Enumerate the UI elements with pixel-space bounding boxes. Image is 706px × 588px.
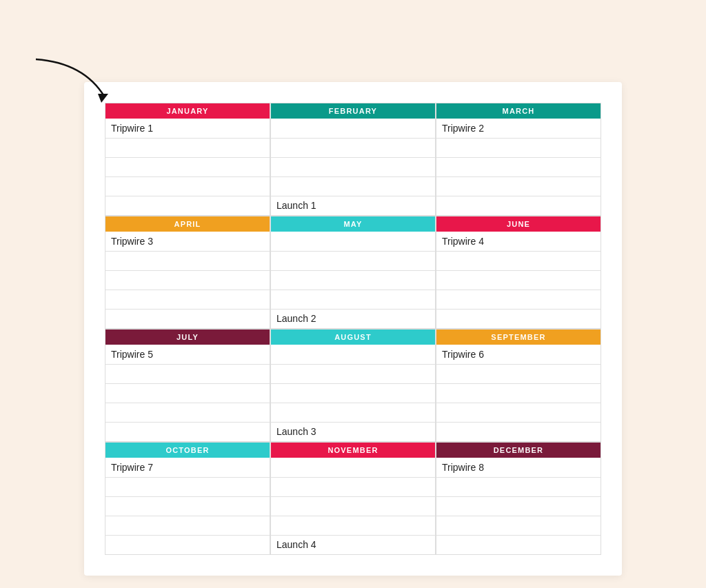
month-row bbox=[105, 251, 270, 270]
month-row: Tripwire 5 bbox=[105, 345, 270, 364]
month-row bbox=[271, 403, 435, 422]
month-row bbox=[271, 496, 435, 516]
month-row bbox=[436, 138, 601, 157]
month-row bbox=[436, 477, 601, 496]
month-header-may: MAY bbox=[271, 216, 435, 232]
month-row bbox=[436, 290, 601, 309]
month-row bbox=[436, 364, 601, 383]
month-header-august: AUGUST bbox=[271, 330, 435, 345]
month-row bbox=[271, 458, 435, 477]
month-row bbox=[271, 270, 435, 290]
month-rows-october: Tripwire 7 bbox=[105, 458, 270, 554]
month-row bbox=[436, 270, 601, 290]
month-row bbox=[436, 157, 601, 176]
month-block-december: DECEMBERTripwire 8 bbox=[436, 442, 601, 555]
month-row bbox=[271, 232, 435, 251]
month-row: Launch 2 bbox=[271, 309, 435, 328]
month-row bbox=[271, 477, 435, 496]
page-wrapper: JANUARYTripwire 1FEBRUARYLaunch 1MARCHTr… bbox=[84, 13, 622, 576]
month-block-january: JANUARYTripwire 1 bbox=[105, 103, 270, 216]
month-row bbox=[436, 496, 601, 516]
month-rows-may: Launch 2 bbox=[271, 232, 435, 328]
month-block-november: NOVEMBERLaunch 4 bbox=[270, 442, 436, 555]
month-block-july: JULYTripwire 5 bbox=[105, 329, 270, 442]
month-row bbox=[436, 422, 601, 441]
month-row: Tripwire 3 bbox=[105, 232, 270, 251]
month-row bbox=[271, 345, 435, 364]
month-row: Launch 1 bbox=[271, 196, 435, 215]
annotation-arrow bbox=[29, 56, 112, 111]
month-row bbox=[105, 477, 270, 496]
month-row bbox=[105, 176, 270, 196]
month-rows-december: Tripwire 8 bbox=[436, 458, 601, 554]
month-row bbox=[436, 383, 601, 403]
month-rows-march: Tripwire 2 bbox=[436, 119, 601, 215]
month-block-october: OCTOBERTripwire 7 bbox=[105, 442, 270, 555]
month-block-april: APRILTripwire 3 bbox=[105, 216, 270, 329]
month-block-march: MARCHTripwire 2 bbox=[436, 103, 601, 216]
month-header-march: MARCH bbox=[436, 103, 601, 119]
month-row: Launch 4 bbox=[271, 535, 435, 554]
month-row bbox=[436, 196, 601, 215]
calendar-grid: JANUARYTripwire 1FEBRUARYLaunch 1MARCHTr… bbox=[105, 103, 601, 555]
month-rows-july: Tripwire 5 bbox=[105, 345, 270, 441]
month-block-september: SEPTEMBERTripwire 6 bbox=[436, 329, 601, 442]
month-row bbox=[105, 157, 270, 176]
month-row bbox=[436, 403, 601, 422]
month-row: Tripwire 8 bbox=[436, 458, 601, 477]
month-row bbox=[271, 138, 435, 157]
month-row: Tripwire 4 bbox=[436, 232, 601, 251]
month-header-october: OCTOBER bbox=[105, 443, 270, 458]
month-row bbox=[436, 176, 601, 196]
month-block-february: FEBRUARYLaunch 1 bbox=[270, 103, 436, 216]
month-rows-april: Tripwire 3 bbox=[105, 232, 270, 328]
month-row bbox=[105, 516, 270, 535]
month-row: Launch 3 bbox=[271, 422, 435, 441]
month-row bbox=[105, 383, 270, 403]
month-row bbox=[436, 309, 601, 328]
month-row bbox=[436, 535, 601, 554]
month-header-july: JULY bbox=[105, 330, 270, 345]
month-row: Tripwire 1 bbox=[105, 119, 270, 138]
month-header-november: NOVEMBER bbox=[271, 443, 435, 458]
svg-marker-0 bbox=[98, 94, 108, 103]
month-header-february: FEBRUARY bbox=[271, 103, 435, 119]
month-row bbox=[436, 516, 601, 535]
month-rows-february: Launch 1 bbox=[271, 119, 435, 215]
month-row bbox=[105, 196, 270, 215]
month-header-april: APRIL bbox=[105, 216, 270, 232]
month-rows-november: Launch 4 bbox=[271, 458, 435, 554]
month-row bbox=[271, 251, 435, 270]
month-row bbox=[271, 176, 435, 196]
month-row bbox=[105, 290, 270, 309]
month-header-june: JUNE bbox=[436, 216, 601, 232]
white-card: JANUARYTripwire 1FEBRUARYLaunch 1MARCHTr… bbox=[84, 82, 622, 576]
month-block-june: JUNETripwire 4 bbox=[436, 216, 601, 329]
month-block-may: MAYLaunch 2 bbox=[270, 216, 436, 329]
month-rows-september: Tripwire 6 bbox=[436, 345, 601, 441]
month-row bbox=[271, 157, 435, 176]
month-row bbox=[105, 309, 270, 328]
month-header-december: DECEMBER bbox=[436, 443, 601, 458]
month-rows-january: Tripwire 1 bbox=[105, 119, 270, 215]
month-row bbox=[271, 119, 435, 138]
month-row: Tripwire 7 bbox=[105, 458, 270, 477]
month-row bbox=[271, 383, 435, 403]
month-row bbox=[105, 422, 270, 441]
month-row bbox=[105, 535, 270, 554]
month-row bbox=[105, 270, 270, 290]
month-row bbox=[271, 290, 435, 309]
month-rows-june: Tripwire 4 bbox=[436, 232, 601, 328]
month-row bbox=[271, 516, 435, 535]
month-rows-august: Launch 3 bbox=[271, 345, 435, 441]
month-row bbox=[105, 403, 270, 422]
month-row bbox=[105, 364, 270, 383]
month-row: Tripwire 6 bbox=[436, 345, 601, 364]
month-row bbox=[105, 138, 270, 157]
month-header-january: JANUARY bbox=[105, 103, 270, 119]
month-row bbox=[271, 364, 435, 383]
month-header-september: SEPTEMBER bbox=[436, 330, 601, 345]
month-block-august: AUGUSTLaunch 3 bbox=[270, 329, 436, 442]
month-row bbox=[436, 251, 601, 270]
month-row bbox=[105, 496, 270, 516]
